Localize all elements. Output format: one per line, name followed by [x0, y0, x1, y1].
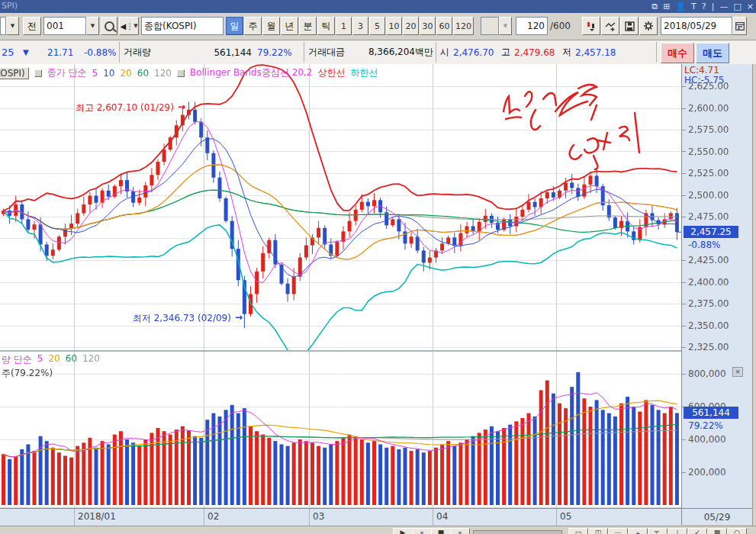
window-controls: ⧉⊞👤T?|—□× [651, 0, 754, 13]
tool-button-9[interactable]: ○ [727, 528, 747, 534]
stock-name-field[interactable]: 종합(KOSPI) [141, 17, 224, 35]
low-arrow-icon: → [235, 312, 243, 325]
disabled-combo-dropdown-icon: ▼ [499, 17, 512, 35]
axis-tick [682, 151, 686, 152]
volume-label: 거래량 [124, 40, 151, 64]
buy-button[interactable]: 매수 [661, 43, 694, 63]
code-dropdown-icon[interactable]: ▼ [86, 17, 99, 35]
rewind-button[interactable]: « [412, 528, 432, 534]
axis-tick [682, 374, 686, 375]
date-separator [309, 509, 310, 526]
tab-일[interactable]: 일 [226, 17, 243, 35]
bar-count-input[interactable]: 120 [516, 17, 548, 35]
minute-button-1[interactable]: 1 [336, 17, 352, 35]
volume-share-label: 주(79.22%) [2, 367, 53, 380]
sell-button[interactable]: 매도 [696, 43, 729, 63]
tool-button-2[interactable]: ◫ [588, 528, 608, 534]
current-volume-tag: 561,144 [684, 407, 738, 419]
date-tick-label: 02 [207, 511, 219, 522]
tool-button-8[interactable]: ▦ [707, 528, 727, 534]
winctl-×[interactable]: × [747, 2, 754, 11]
scroll-slider[interactable] [473, 530, 562, 534]
search-icon [105, 21, 114, 31]
handwritten-annotation [488, 79, 664, 186]
tab-월[interactable]: 월 [262, 17, 280, 35]
tab-틱[interactable]: 틱 [317, 17, 335, 35]
layout-icon[interactable]: ⧉ [651, 2, 658, 11]
tool-button-4[interactable]: ＋ [628, 528, 648, 534]
tab-분[interactable]: 분 [299, 17, 317, 35]
volume-percent: 79.22% [257, 40, 292, 64]
axis-tick [682, 439, 686, 440]
minute-button-10[interactable]: 10 [386, 17, 402, 35]
copy-window-icon[interactable]: ⊞ [663, 2, 670, 11]
date-input[interactable]: 2018/05/29 [661, 17, 732, 35]
date-tick-label: 05 [560, 511, 571, 522]
search-button[interactable] [101, 17, 117, 35]
tab-년[interactable]: 년 [281, 17, 298, 35]
axis-tick [682, 86, 686, 87]
tool-button-3[interactable]: ⋯ [608, 528, 628, 534]
legend-item: 20 [48, 353, 60, 366]
play-button[interactable]: ▶ [393, 528, 413, 534]
winctl-—[interactable]: — [719, 2, 728, 11]
line-tool-button[interactable] [601, 17, 619, 35]
open-label: 시 [440, 40, 449, 64]
candle-compare-button[interactable] [582, 17, 600, 35]
price-ma-legend-toggle[interactable] [34, 69, 42, 77]
high-annotation-text: 최고 2,607.10 (01/29) [76, 101, 174, 114]
winctl-T[interactable]: T [691, 2, 696, 11]
tool-button-7[interactable]: ✓ [687, 528, 707, 534]
bollinger-legend-toggle[interactable] [177, 69, 185, 77]
tab-주[interactable]: 주 [244, 17, 262, 35]
divider [119, 42, 120, 63]
forward-button[interactable]: » [450, 528, 470, 534]
tool-button-1[interactable]: ▭ [568, 528, 588, 534]
window-edge-strip [752, 64, 756, 534]
save-button[interactable] [620, 17, 639, 35]
stop-button[interactable]: ■ [431, 528, 451, 534]
user-lock-icon[interactable]: 👤 [675, 2, 686, 11]
settings-button[interactable] [639, 17, 658, 35]
low-annotation-text: 최저 2,346.73 (02/09) [133, 312, 231, 325]
tool-button-5[interactable]: 〒 [648, 528, 668, 534]
tool-button-6[interactable]: ⊥ [668, 528, 687, 534]
axis-tick [682, 326, 686, 327]
winctl-□[interactable]: □ [733, 2, 741, 11]
bottom-toolbar-partial: ▶ « ■ » ▭ ◫ ⋯ ＋ 〒 ⊥ ✓ ▦ ○ [0, 526, 756, 534]
volume-chart-pane[interactable]: 량 단순52060120 주(79.22%) [0, 352, 681, 507]
pane-expand-icon[interactable]: × [732, 367, 743, 377]
trade-value: 8,366,204백만 [347, 40, 433, 64]
legend-item: Bollinger Bands중심선 20,2 [190, 66, 313, 79]
minute-button-60[interactable]: 60 [436, 17, 452, 35]
winctl-|[interactable]: | [712, 2, 715, 11]
price-axis-label: 2,525.00 [688, 168, 729, 179]
minute-button-30[interactable]: 30 [420, 17, 436, 35]
symbol-label-box: KOSPI) [0, 67, 29, 79]
minute-button-3[interactable]: 3 [352, 17, 368, 35]
winctl-?[interactable]: ? [702, 2, 706, 11]
axis-tick [682, 282, 686, 283]
stock-code-input[interactable]: 001 [43, 17, 86, 35]
legend-item: 10 [103, 68, 114, 79]
date-separator [74, 509, 75, 526]
legend-item: 종가 단순 [47, 66, 87, 79]
combo-dropdown-icon[interactable]: ▼ [6, 17, 19, 35]
axis-tick [682, 347, 686, 348]
open-value: 2,476.70 [453, 40, 494, 64]
price-legend: KOSPI) 종가 단순5102060120Bollinger Bands중심선… [0, 66, 378, 79]
calendar-button[interactable] [732, 17, 747, 35]
axis-tick [682, 173, 686, 174]
price-axis-label: 2,600.00 [688, 103, 729, 114]
price-chart-pane[interactable]: KOSPI) 종가 단순5102060120Bollinger Bands중심선… [0, 64, 681, 350]
minute-button-5[interactable]: 5 [369, 17, 385, 35]
minute-button-20[interactable]: 20 [403, 17, 419, 35]
date-separator [556, 509, 557, 526]
prev-stock-button[interactable]: 전 [23, 17, 41, 35]
price-axis-panel: LC:4.71 HC:-5.75 × 05/29 2,625.002,600.0… [681, 64, 752, 525]
volume-axis-label: 400,000 [688, 434, 726, 445]
quote-info-bar: 25 ▼ 21.71 -0.88% 거래량 561,144 79.22% 거래대… [0, 40, 756, 65]
minute-button-120[interactable]: 120 [453, 17, 474, 35]
announce-button[interactable]: ◀⋮▼ [119, 17, 139, 35]
volume-chart-canvas[interactable] [0, 352, 681, 507]
